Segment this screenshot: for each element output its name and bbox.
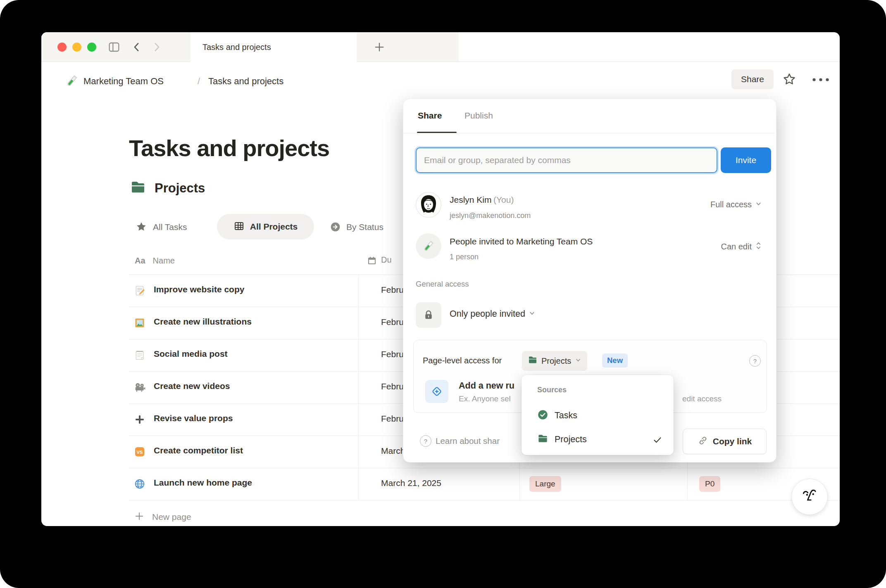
link-icon (698, 435, 708, 448)
vs-icon: VS (134, 446, 145, 459)
sources-menu-item-tasks[interactable]: Tasks (522, 405, 674, 425)
calendar-icon (367, 256, 377, 267)
size-badge[interactable]: Large (529, 476, 561, 492)
breadcrumb-workspace[interactable]: Marketing Team OS (83, 76, 164, 87)
checkmark-icon (652, 434, 663, 447)
dialog-tab-share[interactable]: Share (418, 111, 442, 121)
share-button[interactable]: Share (731, 69, 774, 89)
status-arrow-icon (330, 221, 341, 234)
sources-item-label: Projects (555, 434, 587, 445)
help-icon: ? (420, 435, 431, 447)
page-level-access-label: Page-level access for (423, 356, 502, 365)
plus-icon (134, 511, 145, 523)
row-name: Social media post (154, 349, 228, 359)
copy-link-button[interactable]: Copy link (683, 429, 767, 454)
copy-link-label: Copy link (713, 436, 752, 446)
row-name: Revise value props (154, 413, 233, 423)
add-rule-hint-end: edit access (682, 394, 722, 403)
group-meta: 1 person (450, 253, 479, 261)
person-name: Jeslyn Kim (450, 195, 492, 204)
screenshot-stage: Tasks and projects Marketing Team OS / T… (0, 0, 886, 588)
row-name: Create new videos (154, 381, 230, 391)
chevron-down-icon (755, 200, 762, 209)
group-name: People invited to Marketing Team OS (450, 237, 593, 247)
person-name-line: Jeslyn Kim (You) (450, 195, 514, 205)
new-tab-icon[interactable] (373, 41, 386, 55)
close-window-button[interactable] (57, 43, 67, 52)
new-page-label: New page (152, 512, 191, 522)
share-button-label: Share (741, 74, 764, 84)
new-page-button[interactable]: New page (129, 505, 191, 526)
breadcrumb-separator: / (198, 76, 200, 87)
row-name: Create competitor list (154, 446, 243, 455)
add-rule-icon (425, 380, 448, 403)
chevron-up-down-icon (755, 241, 762, 252)
invite-email-input[interactable] (416, 147, 717, 173)
chevron-down-icon (575, 357, 581, 365)
favorite-star-icon[interactable] (782, 72, 796, 88)
general-access-dropdown[interactable]: Only people invited (450, 309, 536, 319)
forward-icon[interactable] (150, 41, 163, 55)
group-access-dropdown[interactable]: Can edit (721, 241, 762, 252)
row-due: March (381, 446, 405, 456)
person-access-dropdown[interactable]: Full access (710, 200, 762, 209)
lock-icon (416, 302, 441, 328)
page-level-target-dropdown[interactable]: Projects (522, 351, 587, 371)
view-all-projects-label: All Projects (250, 222, 298, 232)
view-all-tasks[interactable]: All Tasks (153, 222, 187, 232)
add-rule-title[interactable]: Add a new ru (459, 381, 514, 391)
notion-window: Tasks and projects Marketing Team OS / T… (41, 32, 840, 526)
invite-button[interactable]: Invite (721, 147, 771, 173)
column-divider (358, 275, 359, 500)
more-options-icon[interactable] (811, 76, 831, 85)
sidebar-toggle-icon[interactable] (107, 40, 121, 55)
page-level-target: Projects (541, 356, 571, 366)
notion-face-icon (800, 486, 819, 507)
memo-icon (134, 285, 145, 298)
minimize-window-button[interactable] (72, 43, 81, 52)
sources-menu: Sources Tasks Projects (522, 375, 674, 455)
page-title: Tasks and projects (129, 135, 329, 161)
person-you-label: (You) (493, 195, 514, 204)
notepad-icon (134, 349, 145, 363)
breadcrumb-page[interactable]: Tasks and projects (208, 76, 283, 87)
new-badge: New (602, 353, 628, 368)
avatar (416, 192, 441, 219)
tab-bar: Tasks and projects (41, 32, 840, 62)
tab-bar-right-pane (357, 32, 459, 62)
folder-icon (528, 355, 538, 367)
svg-text:VS: VS (137, 450, 143, 455)
row-due: March 21, 2025 (381, 478, 441, 488)
general-access-label: General access (416, 280, 469, 289)
learn-about-sharing-link[interactable]: Learn about shar (436, 436, 500, 446)
check-circle-icon (537, 409, 548, 422)
sources-menu-title: Sources (537, 386, 567, 394)
table-icon (233, 220, 245, 233)
framed-picture-icon (134, 317, 145, 330)
tab-tasks-and-projects[interactable]: Tasks and projects (191, 32, 357, 62)
text-type-icon: Aa (135, 256, 145, 266)
sources-menu-item-projects[interactable]: Projects (522, 429, 674, 449)
table-row[interactable]: Launch new home page March 21, 2025 Larg… (129, 468, 840, 500)
column-header-name[interactable]: Name (153, 256, 175, 266)
notion-ai-face-button[interactable] (791, 479, 828, 515)
zoom-window-button[interactable] (87, 43, 96, 52)
view-all-projects[interactable]: All Projects (217, 214, 314, 239)
priority-badge[interactable]: P0 (699, 476, 720, 492)
dialog-tab-publish[interactable]: Publish (464, 111, 493, 121)
invite-button-label: Invite (736, 155, 756, 165)
add-rule-hint-start: Ex. Anyone sel (459, 394, 511, 403)
row-name: Launch new home page (154, 478, 252, 488)
dialog-tabs-divider (403, 133, 775, 133)
help-icon[interactable]: ? (749, 355, 761, 367)
general-access-value: Only people invited (450, 309, 525, 319)
folder-icon (130, 179, 146, 197)
test-tube-icon (65, 74, 79, 90)
group-access-value: Can edit (721, 242, 752, 251)
workspace-avatar (416, 233, 441, 259)
view-by-status[interactable]: By Status (346, 222, 383, 232)
folder-icon (537, 433, 548, 446)
chevron-down-icon (529, 309, 536, 319)
column-header-due[interactable]: Du (381, 255, 392, 265)
back-icon[interactable] (131, 41, 143, 55)
